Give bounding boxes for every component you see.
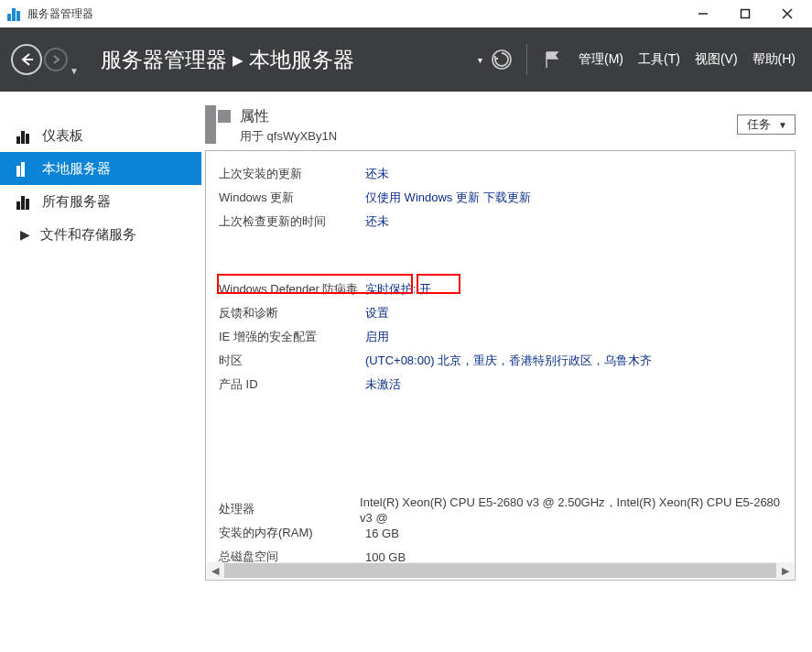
property-label: Windows 更新 <box>219 190 365 206</box>
sidebar-item-dashboard[interactable]: 仪表板 <box>0 119 201 152</box>
menu-view[interactable]: 视图(V) <box>695 51 738 68</box>
all-servers-icon <box>16 193 33 210</box>
property-row-ie-esc: IE 增强的安全配置 启用 <box>219 325 795 349</box>
breadcrumb-root[interactable]: 服务器管理器 <box>101 46 227 74</box>
properties-subheading: 用于 qfsWyXBy1N <box>240 128 737 145</box>
menu-help[interactable]: 帮助(H) <box>752 51 796 68</box>
chevron-down-icon: ▼ <box>778 120 787 130</box>
sidebar-item-local-server[interactable]: 本地服务器 <box>0 152 201 185</box>
window-title: 服务器管理器 <box>27 6 682 22</box>
menu-tools[interactable]: 工具(T) <box>638 51 680 68</box>
property-row: 安装的内存(RAM) 16 GB <box>219 521 795 545</box>
app-icon <box>7 6 22 21</box>
property-label: Windows Defender 防病毒 <box>219 281 365 298</box>
property-row: 反馈和诊断 设置 <box>219 301 795 325</box>
property-value-link[interactable]: 还未 <box>365 213 389 230</box>
property-value-link[interactable]: 仅使用 Windows 更新 下载更新 <box>365 190 531 206</box>
notifications-flag-icon[interactable] <box>536 44 568 75</box>
property-value-link[interactable]: 实时保护: 开 <box>365 281 431 298</box>
sidebar: 仪表板 本地服务器 所有服务器 ▶ 文件和存储服务 <box>0 92 201 652</box>
header-bar: ▼ 服务器管理器 ▸ 本地服务器 ▾ 管理(M) 工具(T) 视图(V) 帮助(… <box>0 27 812 92</box>
property-value: 16 GB <box>365 527 399 540</box>
properties-panel: 上次安装的更新 还未 Windows 更新 仅使用 Windows 更新 下载更… <box>205 150 796 581</box>
tasks-dropdown-label: 任务 <box>747 116 771 133</box>
property-value-link[interactable]: (UTC+08:00) 北京，重庆，香港特别行政区，乌鲁木齐 <box>365 353 652 369</box>
minimize-button[interactable] <box>682 0 724 27</box>
property-label: 上次安装的更新 <box>219 166 365 182</box>
maximize-button[interactable] <box>724 0 766 27</box>
property-value-link[interactable]: 设置 <box>365 305 389 321</box>
property-label: 上次检查更新的时间 <box>219 213 365 230</box>
properties-header-bar-icon <box>205 105 216 144</box>
breadcrumb-current: 本地服务器 <box>249 46 354 74</box>
property-row: Windows 更新 仅使用 Windows 更新 下载更新 <box>219 186 795 210</box>
property-value-link[interactable]: 还未 <box>365 166 389 182</box>
breadcrumb: 服务器管理器 ▸ 本地服务器 <box>101 46 354 74</box>
property-value-link[interactable]: 未激活 <box>365 376 401 393</box>
forward-button[interactable] <box>44 48 68 71</box>
back-button[interactable] <box>11 44 42 75</box>
sidebar-item-file-storage[interactable]: ▶ 文件和存储服务 <box>0 218 201 251</box>
tiny-triangle-icon[interactable]: ▾ <box>478 55 482 65</box>
property-label: 处理器 <box>219 501 360 517</box>
property-row: Windows Defender 防病毒 实时保护: 开 <box>219 277 795 301</box>
property-row: 时区 (UTC+08:00) 北京，重庆，香港特别行政区，乌鲁木齐 <box>219 349 795 373</box>
refresh-button[interactable] <box>486 44 517 75</box>
sidebar-item-label: 所有服务器 <box>42 193 111 211</box>
scroll-left-button[interactable]: ◀ <box>207 562 223 579</box>
property-label: 产品 ID <box>219 376 365 393</box>
sidebar-item-label: 本地服务器 <box>42 160 111 178</box>
property-row: 上次安装的更新 还未 <box>219 162 795 186</box>
chevron-right-icon: ▶ <box>16 227 33 242</box>
property-row: 上次检查更新的时间 还未 <box>219 210 795 234</box>
content-area: 属性 用于 qfsWyXBy1N 任务 ▼ 上次安装的更新 还未 Windows… <box>201 92 812 652</box>
property-label: 时区 <box>219 353 365 369</box>
scroll-thumb[interactable] <box>224 563 776 578</box>
local-server-icon <box>16 160 33 177</box>
property-label: 安装的内存(RAM) <box>219 525 365 541</box>
property-row: 产品 ID 未激活 <box>219 373 795 397</box>
scroll-right-button[interactable]: ▶ <box>777 562 794 579</box>
property-label: 反馈和诊断 <box>219 305 365 321</box>
titlebar: 服务器管理器 <box>0 0 812 27</box>
breadcrumb-separator-icon: ▸ <box>233 48 244 72</box>
property-value: Intel(R) Xeon(R) CPU E5-2680 v3 @ 2.50GH… <box>360 494 795 525</box>
properties-header-square-icon <box>218 110 231 123</box>
property-value-link[interactable]: 启用 <box>365 329 389 345</box>
dashboard-icon <box>16 127 33 144</box>
horizontal-scrollbar[interactable]: ◀ ▶ <box>207 562 794 579</box>
sidebar-item-all-servers[interactable]: 所有服务器 <box>0 185 201 218</box>
history-dropdown-icon[interactable]: ▼ <box>70 66 79 76</box>
menu-manage[interactable]: 管理(M) <box>579 51 623 68</box>
sidebar-item-label: 仪表板 <box>42 127 83 145</box>
property-row: 处理器 Intel(R) Xeon(R) CPU E5-2680 v3 @ 2.… <box>219 497 795 521</box>
close-button[interactable] <box>766 0 808 27</box>
tasks-dropdown[interactable]: 任务 ▼ <box>737 114 796 135</box>
property-label: IE 增强的安全配置 <box>219 329 365 345</box>
properties-heading: 属性 <box>240 107 737 126</box>
header-divider <box>526 44 527 75</box>
svg-rect-1 <box>742 10 750 18</box>
sidebar-item-label: 文件和存储服务 <box>40 226 136 244</box>
